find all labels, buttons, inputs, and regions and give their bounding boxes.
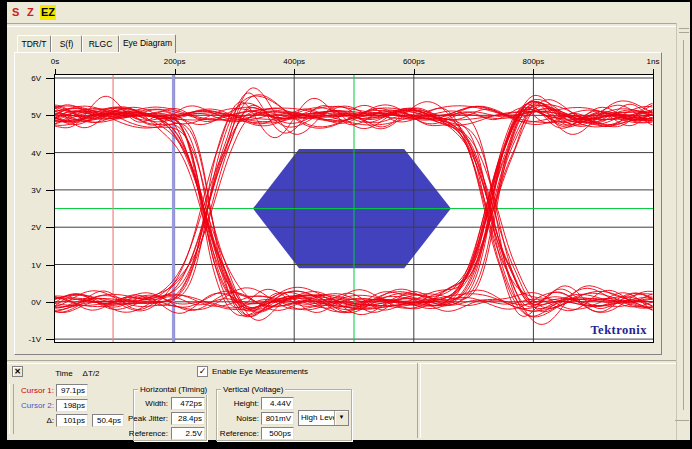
tab-s-f-[interactable]: S(f) (51, 35, 82, 52)
vertical-voltage-title: Vertical (Voltage) (221, 385, 285, 395)
enable-eye-measurements-label: Enable Eye Measurements (212, 366, 308, 377)
tab-eye-diagram[interactable]: Eye Diagram (119, 34, 176, 53)
horizontal-reference-field[interactable]: 2.5V (171, 427, 205, 440)
peak-jitter-label: Peak Jitter: (124, 412, 168, 425)
y-tick-mark (46, 339, 54, 340)
noise-label: Noise: (219, 412, 259, 425)
x-tick-label: 1ns (647, 57, 660, 66)
vertical-voltage-group: Vertical (Voltage) Height: 4.44V Noise: … (216, 389, 352, 441)
noise-field[interactable]: 801mV (261, 412, 294, 425)
y-tick-mark (46, 153, 54, 154)
x-tick-label: 0s (51, 57, 59, 66)
y-tick-mark (46, 190, 54, 191)
tektronix-logo: Tektronix (590, 323, 647, 338)
x-tick-mark (653, 69, 654, 74)
screen: S Z EZ TDR/TS(f)RLGCEye Diagram Tektroni… (0, 0, 692, 449)
y-tick-mark (46, 78, 54, 79)
tab-page: Tektronix 0s200ps400ps600ps800ps1ns6V5V4… (14, 52, 662, 355)
y-tick-label: 6V (15, 74, 41, 83)
plot-frame: Tektronix (54, 74, 654, 343)
horizontal-timing-group: Horizontal (Timing) Width: 472ps Peak Ji… (133, 389, 207, 441)
splitter-handle-mark[interactable] (679, 32, 689, 33)
x-tick-label: 600ps (403, 57, 425, 66)
delta-t-half-column-header: ΔT/2 (76, 368, 106, 379)
y-tick-mark (46, 115, 54, 116)
toolbar: S Z EZ (7, 2, 690, 23)
horizontal-timing-title: Horizontal (Timing) (138, 385, 209, 395)
peak-jitter-field[interactable]: 28.4ps (171, 412, 205, 425)
tab-tdr-t[interactable]: TDR/T (17, 35, 51, 52)
y-tick-label: 2V (15, 223, 41, 232)
cursor2-label: Cursor 2: (12, 399, 54, 412)
y-tick-label: 3V (15, 185, 41, 194)
height-field[interactable]: 4.44V (261, 397, 294, 410)
tab-bar: TDR/TS(f)RLGCEye Diagram (17, 33, 176, 52)
y-tick-mark (46, 265, 54, 266)
noise-level-dropdown[interactable]: High Level ▼ (298, 410, 349, 426)
x-tick-mark (55, 69, 56, 74)
s-parameter-icon[interactable]: S (12, 5, 19, 20)
eye-plot (55, 75, 653, 342)
measurement-panel: ✕ Time ΔT/2 Cursor 1: 97.1ps Cursor 2: 1… (7, 360, 690, 440)
splitter-handle-mark[interactable] (679, 28, 689, 29)
delta-label: Δ: (12, 414, 54, 427)
y-tick-label: 0V (15, 297, 41, 306)
x-tick-mark (294, 69, 295, 74)
z-impedance-icon[interactable]: Z (27, 5, 34, 20)
y-tick-mark (46, 302, 54, 303)
width-field[interactable]: 472ps (171, 397, 205, 410)
y-tick-label: -1V (15, 335, 41, 344)
x-tick-label: 400ps (283, 57, 305, 66)
toolbar-separator (7, 23, 676, 27)
x-tick-mark (175, 69, 176, 74)
horizontal-reference-label: Reference: (126, 427, 168, 440)
panel-top-groove (7, 360, 676, 364)
x-tick-label: 800ps (522, 57, 544, 66)
enable-eye-measurements-checkbox[interactable]: ✓ (197, 366, 208, 377)
delta-t-half-field[interactable]: 50.4ps (92, 414, 124, 427)
ez-mode-icon[interactable]: EZ (40, 5, 56, 20)
x-tick-mark (414, 69, 415, 74)
cursor1-label: Cursor 1: (12, 384, 54, 397)
x-tick-mark (533, 69, 534, 74)
app-window: S Z EZ TDR/TS(f)RLGCEye Diagram Tektroni… (7, 2, 690, 440)
time-column-header: Time (50, 368, 78, 379)
y-tick-label: 4V (15, 148, 41, 157)
width-label: Width: (128, 397, 168, 410)
y-tick-mark (46, 227, 54, 228)
y-tick-label: 1V (15, 260, 41, 269)
delta-time-field[interactable]: 101ps (56, 414, 88, 427)
vertical-reference-field[interactable]: 500ps (261, 427, 294, 440)
dropdown-arrow-icon[interactable]: ▼ (334, 411, 348, 425)
vertical-reference-label: Reference: (215, 427, 259, 440)
panel-divider (417, 363, 421, 438)
height-label: Height: (219, 397, 259, 410)
y-tick-label: 5V (15, 111, 41, 120)
x-tick-label: 200ps (164, 57, 186, 66)
close-panel-button[interactable]: ✕ (12, 366, 23, 377)
vertical-splitter[interactable] (683, 40, 684, 410)
cursor1-time-field[interactable]: 97.1ps (56, 384, 88, 397)
tab-rlgc[interactable]: RLGC (82, 35, 119, 52)
cursor2-time-field[interactable]: 198ps (56, 399, 88, 412)
